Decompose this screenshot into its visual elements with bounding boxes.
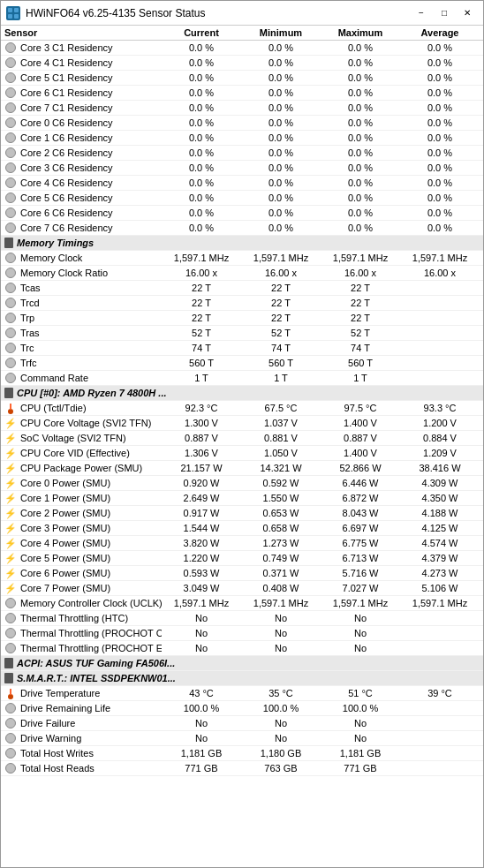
maximize-button[interactable]: □ — [434, 5, 455, 21]
table-row: ⚡Core 4 Power (SMU)3.820 W1.273 W6.775 W… — [1, 536, 483, 551]
current-value: 21.157 W — [162, 463, 241, 473]
average-value: 4.125 W — [400, 523, 480, 533]
title-bar: HWiNFO64 v6.25-4135 Sensor Status − □ ✕ — [1, 1, 483, 26]
current-value: 0.887 V — [162, 433, 241, 443]
sensor-name-cell: Thermal Throttling (PROCHOT CPU) — [4, 627, 162, 639]
sensor-label: Drive Warning — [20, 733, 81, 743]
sensor-name-cell: Core 4 C1 Residency — [4, 57, 162, 69]
minimize-button[interactable]: − — [411, 5, 432, 21]
current-value: 0.0 % — [162, 147, 241, 158]
sensor-label: Tcas — [20, 283, 41, 293]
table-row: Trcd22 T22 T22 T — [1, 296, 483, 311]
average-value: 0.0 % — [400, 208, 480, 218]
sensor-name-cell: ⚡Core 5 Power (SMU) — [4, 552, 162, 564]
sensor-name-cell: Trcd — [4, 297, 162, 309]
column-average: Average — [400, 27, 480, 38]
table-row: Drive WarningNoNoNo — [1, 731, 483, 746]
average-value: 0.0 % — [400, 132, 480, 143]
sensor-name-cell: Tras — [4, 327, 162, 339]
temperature-icon — [4, 402, 17, 414]
average-value: 0.0 % — [400, 223, 480, 233]
minimum-value: 22 T — [241, 313, 321, 323]
maximum-value: 6.775 W — [321, 538, 400, 548]
title-bar-left: HWiNFO64 v6.25-4135 Sensor Status — [6, 6, 205, 20]
current-value: 22 T — [162, 313, 241, 323]
lightning-icon: ⚡ — [4, 477, 17, 489]
table-row: Tras52 T52 T52 T — [1, 326, 483, 341]
maximum-value: 16.00 x — [321, 268, 400, 278]
maximum-value: No — [321, 643, 400, 653]
sensor-name-cell: Thermal Throttling (HTC) — [4, 612, 162, 624]
table-row: Drive Remaining Life100.0 %100.0 %100.0 … — [1, 701, 483, 716]
lightning-icon: ⚡ — [4, 552, 17, 564]
maximum-value: 22 T — [321, 283, 400, 293]
average-value: 0.0 % — [400, 42, 480, 53]
table-row: ⚡Core 2 Power (SMU)0.917 W0.653 W8.043 W… — [1, 506, 483, 521]
current-value: 43 °C — [162, 688, 241, 698]
minimum-value: 0.0 % — [241, 57, 321, 68]
average-value: 93.3 °C — [400, 403, 480, 413]
table-row: CPU (Tctl/Tdie)92.3 °C67.5 °C97.5 °C93.3… — [1, 401, 483, 416]
sensor-name-cell: Total Host Writes — [4, 747, 162, 759]
minimum-value: 1,597.1 MHz — [241, 598, 321, 608]
table-row: ⚡CPU Package Power (SMU)21.157 W14.321 W… — [1, 461, 483, 476]
table-row: ⚡CPU Core Voltage (SVI2 TFN)1.300 V1.037… — [1, 416, 483, 431]
current-value: 22 T — [162, 298, 241, 308]
current-value: 2.649 W — [162, 493, 241, 503]
sensor-name-cell: Trc — [4, 342, 162, 354]
svg-rect-1 — [14, 8, 19, 12]
circle-icon — [4, 642, 17, 654]
maximum-value: 100.0 % — [321, 703, 400, 713]
current-value: 52 T — [162, 328, 241, 338]
table-row: Thermal Throttling (PROCHOT CPU)NoNoNo — [1, 626, 483, 641]
table-row: Trc74 T74 T74 T — [1, 341, 483, 356]
minimum-value: 560 T — [241, 358, 321, 368]
section-bar: CPU [#0]: AMD Ryzen 7 4800H ... — [4, 388, 480, 398]
current-value: 1.220 W — [162, 553, 241, 563]
circle-icon — [4, 732, 17, 744]
minimum-value: 0.653 W — [241, 508, 321, 518]
sensor-name-cell: Core 7 C1 Residency — [4, 102, 162, 114]
maximum-value: 0.0 % — [321, 72, 400, 83]
current-value: 0.0 % — [162, 57, 241, 68]
sensor-name-cell: ⚡Core 2 Power (SMU) — [4, 507, 162, 519]
column-current: Current — [162, 27, 241, 38]
minimum-value: 0.371 W — [241, 568, 321, 578]
close-button[interactable]: ✕ — [457, 5, 478, 21]
column-minimum: Minimum — [241, 27, 321, 38]
sensor-label: Core 3 Power (SMU) — [20, 523, 110, 533]
sensor-name-cell: Total Host Reads — [4, 762, 162, 774]
window-title: HWiNFO64 v6.25-4135 Sensor Status — [26, 7, 205, 19]
average-value: 0.0 % — [400, 147, 480, 158]
sensor-name-cell: ⚡SoC Voltage (SVI2 TFN) — [4, 432, 162, 444]
maximum-value: 52.866 W — [321, 463, 400, 473]
current-value: 1.306 V — [162, 448, 241, 458]
average-value: 0.0 % — [400, 117, 480, 128]
circle-icon — [4, 282, 17, 294]
average-value: 0.0 % — [400, 192, 480, 203]
average-value: 38.416 W — [400, 463, 480, 473]
current-value: 0.0 % — [162, 208, 241, 218]
average-value: 0.0 % — [400, 102, 480, 113]
current-value: 0.0 % — [162, 117, 241, 128]
maximum-value: 0.0 % — [321, 117, 400, 128]
minimum-value: 1,180 GB — [241, 748, 321, 759]
sensor-label: Core 1 C6 Residency — [20, 132, 113, 143]
sensor-label: Core 7 C6 Residency — [20, 223, 113, 233]
sensor-label: Trcd — [20, 298, 40, 308]
section-label: ACPI: ASUS TUF Gaming FA506I... — [17, 658, 175, 668]
table-row: ⚡CPU Core VID (Effective)1.306 V1.050 V1… — [1, 446, 483, 461]
table-row: Thermal Throttling (PROCHOT EXT)NoNoNo — [1, 641, 483, 656]
lightning-icon: ⚡ — [4, 567, 17, 579]
current-value: No — [162, 733, 241, 743]
minimum-value: 1.037 V — [241, 418, 321, 428]
minimum-value: 0.658 W — [241, 523, 321, 533]
sensor-label: Core 4 C1 Residency — [20, 57, 113, 68]
minimum-value: 1,597.1 MHz — [241, 253, 321, 263]
sensor-name-cell: Thermal Throttling (PROCHOT EXT) — [4, 642, 162, 654]
scroll-area[interactable]: Core 3 C1 Residency0.0 %0.0 %0.0 %0.0 %C… — [1, 41, 483, 867]
current-value: 0.0 % — [162, 102, 241, 113]
minimum-value: No — [241, 613, 321, 623]
minimum-value: 52 T — [241, 328, 321, 338]
maximum-value: 0.0 % — [321, 223, 400, 233]
